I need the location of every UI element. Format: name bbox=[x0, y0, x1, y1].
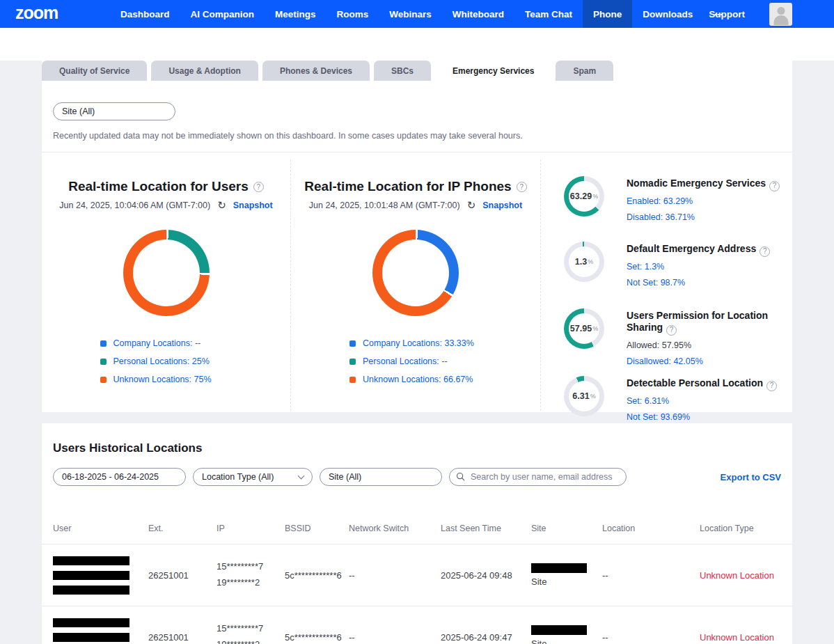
data-delay-note: Recently updated data may not be immedia… bbox=[53, 131, 523, 141]
company-locations-swatch bbox=[100, 340, 107, 347]
zoom-logo: zoom bbox=[15, 3, 58, 23]
stat-nomadic-emergency-services: 63.29% Nomadic Emergency Services? Enabl… bbox=[541, 176, 792, 222]
bssid-cell: 5c************6 bbox=[285, 570, 349, 581]
export-to-csv-link[interactable]: Export to CSV bbox=[721, 472, 781, 482]
help-icon[interactable]: ? bbox=[769, 181, 780, 191]
table-row[interactable]: 26251001 15*********7 19********2 5c****… bbox=[42, 606, 792, 644]
redaction-bar bbox=[53, 571, 129, 580]
stat-title: Default Emergency Address? bbox=[627, 243, 792, 256]
redaction-bar bbox=[53, 586, 129, 595]
col-header-ext[interactable]: Ext. bbox=[148, 524, 217, 533]
col-header-location-type[interactable]: Location Type bbox=[700, 524, 781, 533]
gauge-value: 1.3% bbox=[564, 242, 604, 282]
location-type-select[interactable]: Location Type (All) bbox=[193, 468, 313, 486]
personal-locations-swatch bbox=[100, 359, 107, 365]
detectable-personal-location-gauge: 6.31% bbox=[564, 376, 604, 416]
nav-item-support[interactable]: Support bbox=[698, 0, 755, 28]
nav-item-meetings[interactable]: Meetings bbox=[265, 0, 326, 28]
nav-item-webinars[interactable]: Webinars bbox=[379, 0, 442, 28]
stat-text: Detectable Personal Location? Set: 6.31%… bbox=[627, 376, 792, 422]
legend-label[interactable]: Unknown Locations: 66.67% bbox=[363, 375, 473, 384]
date-range-input[interactable] bbox=[53, 468, 186, 486]
user-avatar[interactable] bbox=[769, 3, 792, 26]
help-icon[interactable]: ? bbox=[517, 182, 527, 192]
refresh-icon[interactable]: ↻ bbox=[217, 200, 226, 210]
col-header-network-switch[interactable]: Network Switch bbox=[349, 524, 441, 533]
legend-item: Company Locations: 33.33% bbox=[349, 338, 482, 348]
stat-line-enabled[interactable]: Enabled: 63.29% bbox=[627, 196, 792, 206]
search-wrap bbox=[449, 468, 627, 486]
refresh-icon[interactable]: ↻ bbox=[467, 200, 476, 210]
legend-label[interactable]: Unknown Locations: 75% bbox=[113, 375, 212, 384]
stat-text: Default Emergency Address? Set: 1.3% Not… bbox=[627, 242, 792, 288]
tab-usage-adoption[interactable]: Usage & Adoption bbox=[151, 61, 258, 81]
stat-detectable-personal-location: 6.31% Detectable Personal Location? Set:… bbox=[541, 376, 792, 422]
stat-line-not-set[interactable]: Not Set: 98.7% bbox=[627, 278, 792, 288]
search-input[interactable] bbox=[449, 468, 627, 486]
table-row[interactable]: 26251001 15*********7 19********2 5c****… bbox=[42, 544, 792, 606]
stat-line-set[interactable]: Set: 6.31% bbox=[627, 396, 792, 406]
stat-line-not-set[interactable]: Not Set: 93.69% bbox=[627, 412, 792, 422]
col-header-bssid[interactable]: BSSID bbox=[285, 524, 349, 533]
ip-cell: 15*********7 19********2 bbox=[217, 621, 285, 644]
nav-item-dashboard[interactable]: Dashboard bbox=[110, 0, 180, 28]
dashboard-tabs: Quality of Service Usage & Adoption Phon… bbox=[42, 61, 613, 81]
network-switch-cell: -- bbox=[349, 632, 441, 643]
avatar-person-icon-body bbox=[773, 15, 788, 25]
legend-label[interactable]: Company Locations: -- bbox=[113, 338, 201, 348]
tab-phones-devices[interactable]: Phones & Devices bbox=[262, 61, 370, 81]
tab-emergency-services[interactable]: Emergency Services bbox=[435, 61, 551, 81]
nav-item-downloads[interactable]: Downloads bbox=[632, 0, 703, 28]
last-seen-cell: 2025-06-24 09:48 bbox=[441, 570, 531, 581]
col-header-last-seen-time[interactable]: Last Seen Time bbox=[441, 524, 531, 533]
redaction-bar bbox=[53, 633, 129, 642]
last-seen-cell: 2025-06-24 09:47 bbox=[441, 632, 531, 643]
location-type-cell: Unknown Location bbox=[700, 632, 781, 643]
legend-label[interactable]: Personal Locations: 25% bbox=[113, 356, 210, 366]
bssid-cell: 5c************6 bbox=[285, 632, 349, 643]
redaction-bar bbox=[53, 556, 129, 565]
snapshot-link[interactable]: Snapshot bbox=[482, 201, 522, 210]
col-header-user[interactable]: User bbox=[53, 524, 148, 533]
site-table-filter-input[interactable] bbox=[320, 468, 442, 486]
tab-quality-of-service[interactable]: Quality of Service bbox=[42, 61, 147, 81]
help-icon[interactable]: ? bbox=[760, 246, 770, 257]
stat-line-set[interactable]: Set: 1.3% bbox=[627, 262, 792, 272]
realtime-charts-card: Real-time Location for Users ? Jun 24, 2… bbox=[42, 152, 792, 412]
legend-item: Unknown Locations: 75% bbox=[100, 375, 233, 384]
nav-item-team-chat[interactable]: Team Chat bbox=[514, 0, 583, 28]
location-sharing-permission-gauge: 57.95% bbox=[564, 308, 604, 349]
realtime-users-title: Real-time Location for Users bbox=[68, 179, 249, 194]
nav-item-phone[interactable]: Phone bbox=[583, 0, 632, 28]
snapshot-link[interactable]: Snapshot bbox=[233, 201, 273, 210]
avatar-person-icon bbox=[777, 7, 785, 15]
site-filter-input[interactable] bbox=[53, 102, 175, 120]
tab-spam[interactable]: Spam bbox=[556, 61, 613, 81]
emergency-stats-panel: 63.29% Nomadic Emergency Services? Enabl… bbox=[541, 159, 792, 411]
nav-item-rooms[interactable]: Rooms bbox=[326, 0, 379, 28]
redacted-user-cell bbox=[53, 613, 148, 644]
col-header-location[interactable]: Location bbox=[602, 524, 700, 533]
stat-line-disabled[interactable]: Disabled: 36.71% bbox=[627, 212, 792, 222]
unknown-locations-swatch bbox=[100, 377, 107, 383]
col-header-ip[interactable]: IP bbox=[217, 524, 285, 533]
redaction-bar bbox=[53, 618, 129, 627]
nav-item-whiteboard[interactable]: Whiteboard bbox=[442, 0, 514, 28]
nav-item-ai-companion[interactable]: AI Companion bbox=[180, 0, 265, 28]
stat-line-disallowed[interactable]: Disallowed: 42.05% bbox=[627, 356, 792, 366]
stat-line-allowed: Allowed: 57.95% bbox=[627, 340, 792, 350]
tab-sbcs[interactable]: SBCs bbox=[374, 61, 431, 81]
chevron-down-icon bbox=[298, 473, 305, 480]
help-icon[interactable]: ? bbox=[253, 182, 264, 192]
col-header-site[interactable]: Site bbox=[531, 524, 602, 533]
nav-menu: Dashboard AI Companion Meetings Rooms We… bbox=[110, 0, 734, 28]
legend-label[interactable]: Personal Locations: -- bbox=[363, 356, 448, 366]
legend-label[interactable]: Company Locations: 33.33% bbox=[363, 338, 474, 348]
help-icon[interactable]: ? bbox=[766, 381, 777, 391]
stat-title: Users Permission for Location Sharing? bbox=[627, 310, 792, 334]
redacted-user-cell bbox=[53, 551, 148, 600]
nomadic-emergency-gauge: 63.29% bbox=[564, 176, 604, 217]
help-icon[interactable]: ? bbox=[666, 325, 677, 336]
location-type-cell: Unknown Location bbox=[700, 570, 781, 581]
legend-item: Personal Locations: -- bbox=[349, 356, 482, 366]
